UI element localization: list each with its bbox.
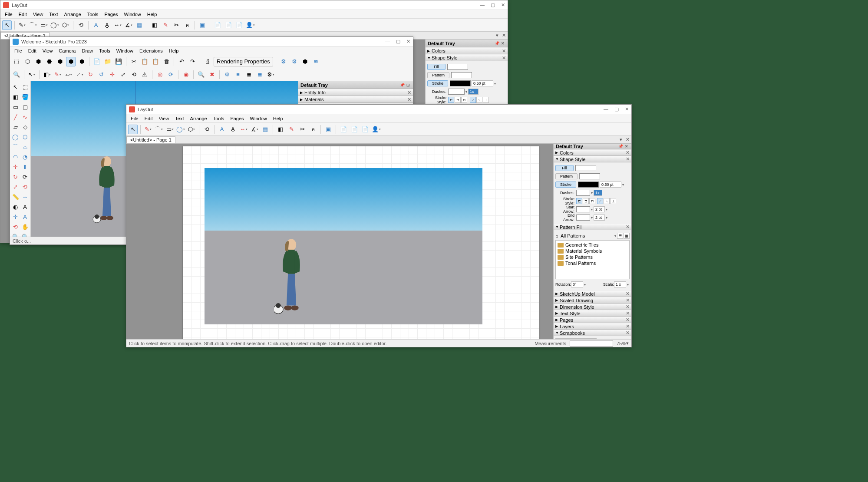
cross-tool[interactable]: ✖ xyxy=(207,70,217,79)
open-button[interactable]: 📄 xyxy=(92,57,102,66)
dimension2-tool[interactable]: ∡▾ xyxy=(250,125,259,134)
render2-button[interactable]: ⚙ xyxy=(290,57,299,66)
text-style-head[interactable]: ▶Text Style✕ xyxy=(554,310,631,317)
scale-tool[interactable]: ⤢ xyxy=(118,70,128,79)
pattern-fill-head[interactable]: ▼Pattern Fill✕ xyxy=(554,224,631,230)
stroke-width-field[interactable] xyxy=(600,182,621,188)
measurements-field[interactable] xyxy=(570,340,613,347)
entity-info-head[interactable]: ▶Entity Info✕ xyxy=(298,89,413,96)
canvas[interactable] xyxy=(126,144,553,339)
t-dim[interactable]: ↔ xyxy=(20,192,30,201)
move-tool[interactable]: ✛ xyxy=(107,70,117,79)
list-item[interactable]: Site Patterns xyxy=(557,254,628,260)
tab-dropdown[interactable]: ▾ xyxy=(494,33,500,38)
fill-button[interactable]: Fill xyxy=(427,64,446,70)
maximize-button[interactable]: ▢ xyxy=(396,39,400,44)
t-pie[interactable]: ◔ xyxy=(20,152,30,162)
target-tool[interactable]: ◎ xyxy=(155,70,165,79)
t-axes[interactable]: ✛ xyxy=(11,212,20,221)
t-eraser[interactable]: ◧ xyxy=(11,92,20,102)
t-rrect[interactable]: ▢ xyxy=(20,102,30,112)
menu-window[interactable]: Window xyxy=(122,11,144,18)
tray-title[interactable]: Default Tray 📌⊡ xyxy=(298,81,413,89)
t-select[interactable]: ↖ xyxy=(11,82,20,92)
scaled-drawing-head[interactable]: ▶Scaled Drawing✕ xyxy=(554,297,631,304)
rotate-tool[interactable]: ↻ xyxy=(86,70,95,79)
minimize-button[interactable]: — xyxy=(604,106,608,112)
pattern-swatch[interactable] xyxy=(579,173,600,179)
cube3-button[interactable]: ⬣ xyxy=(44,57,54,66)
maximize-button[interactable]: ▢ xyxy=(614,106,619,112)
rect-tool[interactable]: ▭▾ xyxy=(39,20,49,30)
add-page-button[interactable]: 📄 xyxy=(339,125,348,134)
t-follow[interactable]: ⟳ xyxy=(20,172,30,182)
maximize-button[interactable]: ▢ xyxy=(491,2,495,8)
menu-arrange[interactable]: Arrange xyxy=(188,115,210,122)
menu-tools[interactable]: Tools xyxy=(211,115,227,122)
titlebar[interactable]: Welcome - SketchUp Pro 2023 — ▢ ✕ xyxy=(10,37,413,46)
colors-panel-head[interactable]: ▶Colors✕ xyxy=(554,149,631,156)
next-page-button[interactable]: 📄 xyxy=(234,20,244,30)
stroke-button[interactable]: Stroke xyxy=(427,80,448,86)
t-move[interactable]: ✛ xyxy=(11,162,20,172)
menu-view[interactable]: View xyxy=(30,11,46,18)
t-lasso[interactable]: ⬚ xyxy=(20,82,30,92)
paste-button[interactable]: 📋 xyxy=(151,57,160,66)
list-item[interactable]: Tonal Patterns xyxy=(557,260,628,266)
t-rect[interactable]: ▭ xyxy=(11,102,20,112)
pattern-dropdown[interactable]: All Patterns xyxy=(561,233,614,238)
render1-button[interactable]: ⚙ xyxy=(279,57,288,66)
zoom-dropdown[interactable]: ▾ xyxy=(626,340,629,346)
close-icon[interactable]: ✕ xyxy=(624,144,629,149)
present-tool[interactable]: ▣ xyxy=(198,20,207,30)
pattern-list[interactable]: Geometric Tiles Material Symbols Site Pa… xyxy=(555,240,630,279)
select-tool[interactable]: ↖ xyxy=(128,125,138,134)
page-next-button[interactable]: 📄 xyxy=(360,125,370,134)
materials-head[interactable]: ▶Materials✕ xyxy=(298,96,413,103)
pattern-button[interactable]: Pattern xyxy=(427,72,449,78)
search-tool[interactable]: 🔍 xyxy=(196,70,206,79)
pin-icon[interactable]: 📌 xyxy=(617,144,624,149)
menu-camera[interactable]: Camera xyxy=(56,47,78,54)
line-tool[interactable]: ✎▾ xyxy=(17,20,27,30)
stack3-tool[interactable]: ≣ xyxy=(255,70,264,79)
warn-tool[interactable]: ⚠ xyxy=(140,70,149,79)
t-paint[interactable]: 🪣 xyxy=(20,92,30,102)
text-tool[interactable]: A xyxy=(91,20,101,30)
menu-view[interactable]: View xyxy=(156,115,172,122)
colors-panel-head[interactable]: ▶Colors✕ xyxy=(426,47,508,54)
polygon-tool[interactable]: ⬡▾ xyxy=(61,20,70,30)
t-free[interactable]: ∿ xyxy=(20,112,30,122)
close-button[interactable]: ✕ xyxy=(501,2,505,8)
dimension-style-head[interactable]: ▶Dimension Style✕ xyxy=(554,304,631,310)
menu-help[interactable]: Help xyxy=(145,11,160,18)
t-3dtext[interactable]: A xyxy=(20,212,30,221)
menu-file[interactable]: File xyxy=(12,47,25,54)
join-tool[interactable]: ⩀ xyxy=(308,125,318,134)
menu-pages[interactable]: Pages xyxy=(102,11,120,18)
undo-button[interactable]: ↶ xyxy=(177,57,186,66)
t-circ[interactable]: ◯ xyxy=(11,132,20,142)
tab-close[interactable]: ✕ xyxy=(624,137,631,142)
t-zoomext[interactable]: 🔍 xyxy=(20,232,30,237)
t-push[interactable]: ⬆ xyxy=(20,162,30,172)
copy-button[interactable]: 📋 xyxy=(140,57,149,66)
move2-tool[interactable]: ⟋▾ xyxy=(75,70,84,79)
present-tool[interactable]: ▣ xyxy=(323,125,333,134)
menu-draw[interactable]: Draw xyxy=(79,47,96,54)
titlebar[interactable]: LayOut — ▢ ✕ xyxy=(126,105,631,114)
stroke-swatch[interactable] xyxy=(578,182,599,188)
new-button[interactable]: ⬚ xyxy=(12,57,21,66)
menu-file[interactable]: File xyxy=(128,115,141,122)
minimize-button[interactable]: — xyxy=(480,2,485,8)
dimension-angular-tool[interactable]: ∡▾ xyxy=(124,20,133,30)
pin-icon[interactable]: 📌 xyxy=(494,41,500,46)
scale-field[interactable] xyxy=(614,281,626,287)
erase-tool[interactable]: ◧ xyxy=(150,20,159,30)
select-tool[interactable]: ↖▾ xyxy=(27,70,36,79)
shape-style-head[interactable]: ▼Shape Style✕ xyxy=(554,156,631,162)
t-rect2[interactable]: ▱ xyxy=(11,122,20,132)
circle-tool[interactable]: ◯▾ xyxy=(50,20,59,30)
page-dup-button[interactable]: 📄 xyxy=(350,125,359,134)
doc-tab[interactable]: <Untitled> - Page 1 xyxy=(126,136,175,143)
